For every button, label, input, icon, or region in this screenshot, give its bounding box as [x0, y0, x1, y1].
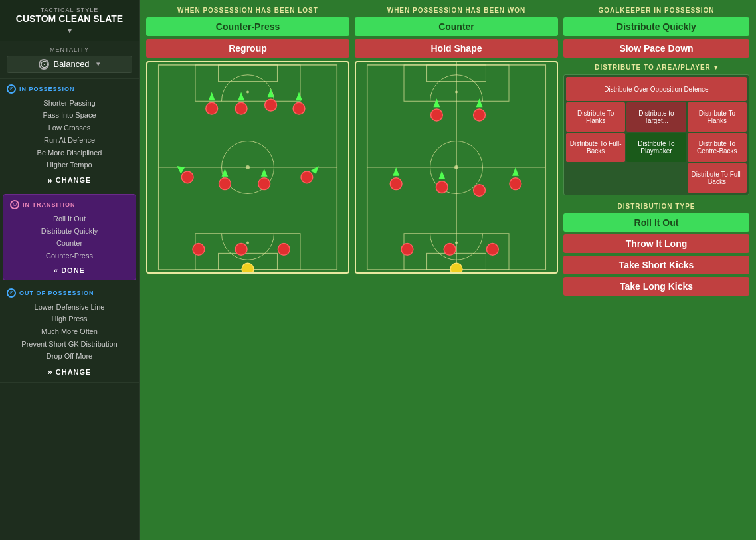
dist-to-flanks-left[interactable]: Distribute To Flanks	[566, 102, 625, 132]
dist-to-playmaker[interactable]: Distribute To Playmaker	[626, 133, 686, 162]
dist-to-target[interactable]: Distribute to Target...	[626, 102, 686, 132]
tactical-style-label: TACTICAL STYLE	[8, 7, 131, 13]
svg-point-16	[293, 102, 305, 114]
mentality-dropdown[interactable]: ⊙ Balanced ▾	[7, 56, 132, 73]
svg-point-54	[450, 263, 462, 272]
take-long-kicks-button[interactable]: Take Long Kicks	[563, 277, 749, 296]
gk-title: GOALKEEPER IN POSSESSION	[563, 7, 749, 14]
svg-point-14	[265, 99, 277, 111]
in-transition-items: Roll It Out Distribute Quickly Counter C…	[10, 213, 129, 262]
throw-it-long-button[interactable]: Throw It Long	[563, 234, 749, 253]
counter-button[interactable]: Counter	[355, 17, 558, 36]
tactical-style-name: CUSTOM CLEAN SLATE	[8, 13, 131, 25]
out-possession-title: OUT OF POSSESSION	[19, 290, 94, 296]
svg-point-20	[219, 178, 231, 190]
top-row: WHEN POSSESSION HAS BEEN LOST Counter-Pr…	[146, 7, 749, 296]
list-item: Counter-Press	[10, 250, 129, 262]
out-possession-section: ⊙ OUT OF POSSESSION Lower Defensive Line…	[0, 283, 139, 383]
svg-marker-45	[393, 167, 399, 176]
list-item: Lower Defensive Line	[7, 301, 132, 314]
out-possession-change-button[interactable]: » CHANGE	[7, 367, 132, 377]
svg-point-37	[454, 165, 458, 169]
svg-point-27	[235, 244, 247, 256]
list-item: Prevent Short GK Distribution	[7, 338, 132, 351]
dist-to-fullbacks-right[interactable]: Distribute To Full-Backs	[688, 163, 747, 193]
change-chevrons-icon: »	[48, 175, 53, 185]
svg-point-51	[401, 244, 413, 256]
in-possession-change-button[interactable]: » CHANGE	[7, 175, 132, 185]
in-possession-icon: ⊙	[7, 84, 16, 94]
sidebar-header: TACTICAL STYLE CUSTOM CLEAN SLATE ▾	[0, 0, 139, 41]
in-possession-title: IN POSSESSION	[19, 86, 75, 92]
svg-point-28	[278, 244, 290, 256]
possession-lost-pitch	[146, 61, 349, 274]
dist-to-flanks-right[interactable]: Distribute To Flanks	[688, 102, 747, 132]
in-transition-section: ⊙ IN TRANSITION Roll It Out Distribute Q…	[3, 194, 136, 280]
mentality-icon: ⊙	[39, 59, 49, 70]
svg-point-24	[301, 171, 313, 183]
hold-shape-button[interactable]: Hold Shape	[355, 39, 558, 58]
svg-rect-33	[404, 65, 509, 101]
svg-point-52	[444, 244, 456, 256]
svg-marker-47	[438, 171, 445, 179]
mentality-label: MENTALITY	[7, 46, 132, 53]
svg-marker-50	[512, 167, 519, 176]
svg-marker-43	[476, 98, 483, 107]
slow-pace-down-button[interactable]: Slow Pace Down	[563, 39, 749, 58]
distribute-grid: Distribute Over Opposition Defence Distr…	[563, 74, 749, 195]
distribution-type-title: DISTRIBUTION TYPE	[563, 203, 749, 210]
roll-it-out-button[interactable]: Roll It Out	[563, 213, 749, 232]
distribute-quickly-button[interactable]: Distribute Quickly	[563, 17, 749, 36]
done-chevrons-icon: «	[54, 266, 58, 274]
list-item: Be More Disciplined	[7, 147, 132, 159]
regroup-button[interactable]: Regroup	[146, 39, 349, 58]
out-possession-icon: ⊙	[7, 288, 16, 298]
svg-point-46	[436, 181, 448, 193]
svg-point-7	[246, 165, 250, 169]
mentality-chevron-icon: ▾	[96, 60, 100, 68]
in-possession-items: Shorter Passing Pass Into Space Low Cros…	[7, 97, 132, 171]
list-item: Higher Tempo	[7, 159, 132, 171]
possession-won-panel: WHEN POSSESSION HAS BEEN WON Counter Hol…	[355, 7, 558, 296]
list-item: Shorter Passing	[7, 97, 132, 110]
svg-point-38	[455, 90, 458, 93]
svg-point-9	[246, 242, 249, 244]
svg-rect-4	[219, 65, 278, 82]
distribute-area-chevron-icon[interactable]: ▾	[714, 64, 718, 71]
list-item: High Press	[7, 313, 132, 325]
svg-point-53	[486, 244, 498, 256]
dist-over-opposition[interactable]: Distribute Over Opposition Defence	[566, 77, 747, 101]
possession-won-pitch	[355, 61, 558, 274]
svg-point-40	[430, 109, 442, 121]
in-possession-section: ⊙ IN POSSESSION Shorter Passing Pass Int…	[0, 79, 139, 191]
svg-point-49	[510, 178, 521, 190]
dist-to-fullbacks-left[interactable]: Distribute To Full-Backs	[566, 133, 625, 162]
possession-lost-title: WHEN POSSESSION HAS BEEN LOST	[146, 7, 349, 14]
possession-lost-panel: WHEN POSSESSION HAS BEEN LOST Counter-Pr…	[146, 7, 349, 296]
mentality-section: MENTALITY ⊙ Balanced ▾	[0, 41, 139, 79]
mentality-value: Balanced	[53, 59, 89, 69]
svg-point-8	[246, 90, 249, 93]
out-possession-items: Lower Defensive Line High Press Much Mor…	[7, 301, 132, 363]
goalkeeper-panel: GOALKEEPER IN POSSESSION Distribute Quic…	[563, 7, 749, 296]
tactical-style-dropdown-arrow[interactable]: ▾	[8, 26, 131, 35]
pitch2-markings-svg	[356, 62, 557, 272]
in-transition-icon: ⊙	[10, 200, 19, 209]
svg-point-48	[474, 185, 486, 197]
counter-press-button[interactable]: Counter-Press	[146, 17, 349, 36]
svg-point-10	[206, 102, 218, 114]
svg-point-44	[390, 178, 402, 190]
svg-point-39	[455, 242, 458, 244]
in-transition-title: IN TRANSITION	[23, 201, 76, 208]
take-short-kicks-button[interactable]: Take Short Kicks	[563, 256, 749, 274]
svg-point-26	[193, 244, 205, 256]
distribute-area-title: DISTRIBUTE TO AREA/PLAYER ▾	[563, 64, 749, 71]
in-transition-done-button[interactable]: « DONE	[10, 266, 129, 274]
list-item: Counter	[10, 237, 129, 250]
list-item: Distribute Quickly	[10, 225, 129, 238]
main-content: WHEN POSSESSION HAS BEEN LOST Counter-Pr…	[140, 0, 756, 540]
dist-to-centrebacks[interactable]: Distribute To Centre-Backs	[688, 133, 747, 162]
svg-marker-23	[261, 169, 268, 177]
svg-point-22	[258, 178, 270, 190]
svg-marker-11	[209, 92, 215, 100]
